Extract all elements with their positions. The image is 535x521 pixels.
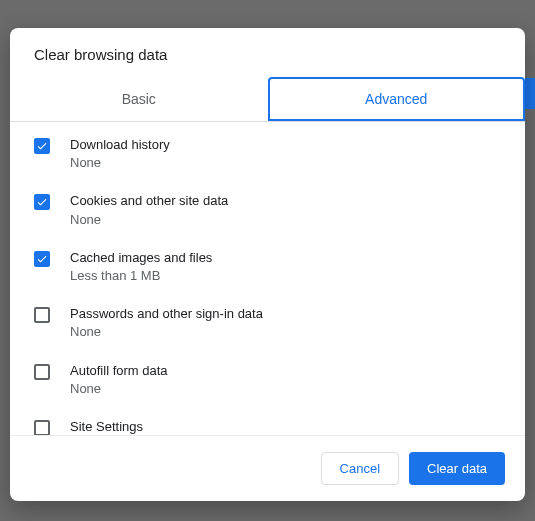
check-icon xyxy=(36,196,48,208)
item-subtext: None xyxy=(70,211,501,229)
tabs: Basic Advanced xyxy=(10,77,525,122)
list-item: Cached images and filesLess than 1 MB xyxy=(10,239,525,295)
item-label: Cached images and files xyxy=(70,249,501,267)
checkbox[interactable] xyxy=(34,138,50,154)
item-content: Cookies and other site dataNone xyxy=(70,192,501,228)
tab-advanced[interactable]: Advanced xyxy=(268,77,526,121)
item-content: Site SettingsNone xyxy=(70,418,501,435)
list-item: Autofill form dataNone xyxy=(10,352,525,408)
checkbox[interactable] xyxy=(34,251,50,267)
item-content: Passwords and other sign-in dataNone xyxy=(70,305,501,341)
clear-data-button[interactable]: Clear data xyxy=(409,452,505,485)
list-item: Download historyNone xyxy=(10,126,525,182)
checkbox[interactable] xyxy=(34,364,50,380)
item-subtext: None xyxy=(70,380,501,398)
item-label: Download history xyxy=(70,136,501,154)
check-icon xyxy=(36,140,48,152)
item-label: Site Settings xyxy=(70,418,501,435)
item-label: Passwords and other sign-in data xyxy=(70,305,501,323)
options-scroll-area[interactable]: Download historyNoneCookies and other si… xyxy=(10,122,525,435)
checkbox[interactable] xyxy=(34,194,50,210)
item-content: Download historyNone xyxy=(70,136,501,172)
tab-basic[interactable]: Basic xyxy=(10,77,268,121)
item-subtext: None xyxy=(70,323,501,341)
item-subtext: Less than 1 MB xyxy=(70,267,501,285)
list-item: Site SettingsNone xyxy=(10,408,525,435)
item-label: Autofill form data xyxy=(70,362,501,380)
item-label: Cookies and other site data xyxy=(70,192,501,210)
item-content: Autofill form dataNone xyxy=(70,362,501,398)
item-content: Cached images and filesLess than 1 MB xyxy=(70,249,501,285)
list-item: Passwords and other sign-in dataNone xyxy=(10,295,525,351)
dialog-title: Clear browsing data xyxy=(10,28,525,77)
dialog-footer: Cancel Clear data xyxy=(10,435,525,501)
clear-browsing-data-dialog: Clear browsing data Basic Advanced Downl… xyxy=(10,28,525,501)
item-subtext: None xyxy=(70,154,501,172)
cancel-button[interactable]: Cancel xyxy=(321,452,399,485)
checkbox[interactable] xyxy=(34,420,50,435)
check-icon xyxy=(36,253,48,265)
checkbox[interactable] xyxy=(34,307,50,323)
list-item: Cookies and other site dataNone xyxy=(10,182,525,238)
